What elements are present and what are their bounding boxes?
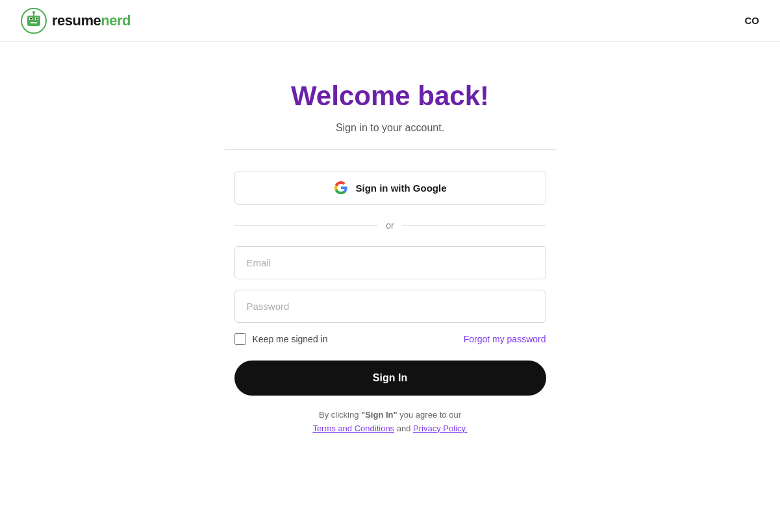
- header-nav[interactable]: CO: [745, 15, 760, 26]
- google-logo-icon: [334, 181, 348, 195]
- google-signin-button[interactable]: Sign in with Google: [234, 171, 546, 205]
- svg-rect-1: [27, 16, 40, 26]
- or-divider: or: [234, 220, 546, 231]
- terms-and: and: [394, 424, 413, 433]
- password-input[interactable]: [234, 290, 546, 323]
- svg-rect-5: [36, 18, 38, 19]
- signin-button[interactable]: Sign In: [234, 361, 546, 396]
- or-text: or: [386, 220, 394, 231]
- terms-sign-in-quote: "Sign In": [361, 410, 397, 420]
- welcome-title: Welcome back!: [291, 81, 489, 112]
- main-content: Welcome back! Sign in to your account. S…: [0, 42, 780, 436]
- email-input[interactable]: [234, 246, 546, 279]
- keep-signed-in-text: Keep me signed in: [253, 334, 328, 344]
- terms-prefix: By clicking: [319, 410, 361, 420]
- options-row: Keep me signed in Forgot my password: [234, 333, 546, 345]
- or-line-right: [402, 225, 546, 226]
- svg-rect-4: [30, 18, 32, 19]
- terms-conditions-link[interactable]: Terms and Conditions: [312, 424, 394, 433]
- header: resumenerd CO: [0, 0, 780, 42]
- privacy-policy-link[interactable]: Privacy Policy.: [413, 424, 468, 433]
- or-line-left: [234, 225, 379, 226]
- terms-middle: you agree to our: [397, 410, 461, 420]
- login-form: Sign in with Google or Keep me signed in…: [234, 171, 546, 436]
- google-signin-label: Sign in with Google: [356, 183, 447, 194]
- terms-text: By clicking "Sign In" you agree to our T…: [234, 409, 546, 436]
- svg-rect-6: [31, 22, 37, 23]
- header-divider: [225, 149, 556, 150]
- logo-icon: [21, 8, 47, 34]
- subtitle: Sign in to your account.: [336, 122, 444, 134]
- svg-point-8: [32, 11, 35, 14]
- logo-nerd-text: nerd: [101, 12, 131, 29]
- keep-signed-in-label[interactable]: Keep me signed in: [234, 333, 328, 345]
- logo-resume-text: resume: [52, 12, 101, 29]
- forgot-password-link[interactable]: Forgot my password: [464, 334, 546, 344]
- logo[interactable]: resumenerd: [21, 8, 131, 34]
- keep-signed-in-checkbox[interactable]: [234, 333, 246, 345]
